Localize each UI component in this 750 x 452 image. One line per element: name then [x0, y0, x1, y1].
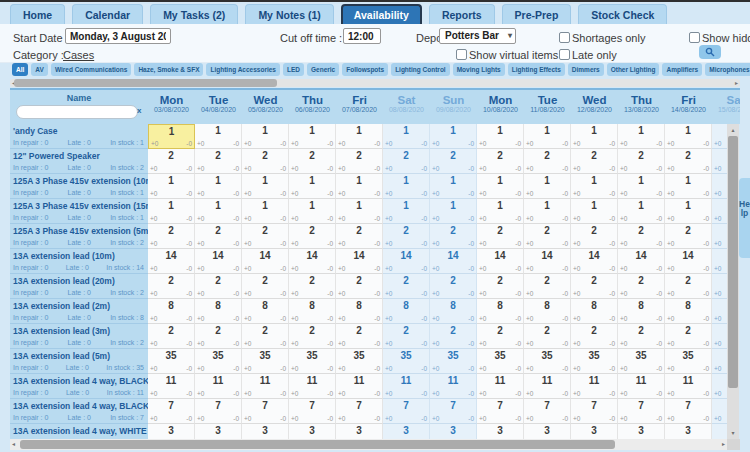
column-header-12/08/2020[interactable]: Wed12/08/2020	[571, 90, 618, 124]
category-link[interactable]: Cases	[63, 49, 94, 61]
availability-cell[interactable]: 1+0-0	[524, 124, 571, 149]
availability-cell[interactable]: 1+0-0	[148, 174, 195, 199]
availability-cell[interactable]: 35+0-0	[524, 349, 571, 374]
show-virtual-items-checkbox[interactable]	[456, 49, 467, 60]
availability-cell[interactable]: 2+0-0	[336, 274, 383, 299]
availability-cell[interactable]: 3+0-0	[524, 424, 571, 439]
item-name-cell[interactable]: 13A extension lead (2m)In repair : 0Late…	[10, 299, 148, 324]
availability-cell[interactable]: 35+0-0	[148, 349, 195, 374]
category-button-amplifiers[interactable]: Amplifiers	[662, 63, 702, 76]
availability-cell[interactable]: 1+0-0	[430, 124, 477, 149]
availability-cell[interactable]: 2+0-0	[477, 224, 524, 249]
availability-cell[interactable]: 1+0-0	[383, 199, 430, 224]
availability-cell[interactable]: 1+0-0	[336, 174, 383, 199]
item-name-cell[interactable]: 13A extension lead (20m)In repair : 0Lat…	[10, 274, 148, 299]
availability-cell[interactable]: 8+0-0	[148, 299, 195, 324]
availability-cell[interactable]: 2+0-0	[148, 224, 195, 249]
availability-cell[interactable]: 2+0-0	[336, 149, 383, 174]
category-button-followspots[interactable]: Followspots	[342, 63, 388, 76]
availability-cell[interactable]: 8+0-0	[524, 299, 571, 324]
availability-cell[interactable]: 14+0-0	[383, 249, 430, 274]
tab-reports[interactable]: Reports	[429, 4, 495, 24]
availability-cell[interactable]: 8+0-0	[242, 299, 289, 324]
availability-cell[interactable]: 1+0-0	[336, 124, 383, 149]
availability-cell[interactable]: 3+0-0	[148, 424, 195, 439]
availability-cell[interactable]: 1+0-0	[195, 124, 242, 149]
availability-cell[interactable]: 2+0-0	[665, 149, 712, 174]
availability-cell[interactable]: 1+0-0	[336, 199, 383, 224]
scroll-down-icon[interactable]: ▾	[727, 428, 739, 438]
availability-cell[interactable]: 35+0-0	[195, 349, 242, 374]
item-name-cell[interactable]: 13A extension lead 4 way, BLACK (5m)In r…	[10, 399, 148, 424]
availability-cell[interactable]: 2+0-0	[665, 274, 712, 299]
category-button-lighting-accessories[interactable]: Lighting Accessories	[206, 63, 280, 76]
availability-cell[interactable]: 8+0-0	[665, 299, 712, 324]
availability-cell[interactable]: 11+0-0	[524, 374, 571, 399]
availability-cell[interactable]: 14+0-0	[524, 249, 571, 274]
availability-cell[interactable]: 3+0-0	[571, 424, 618, 439]
category-button-moving-lights[interactable]: Moving Lights	[453, 63, 505, 76]
availability-cell[interactable]: 11+0-0	[242, 374, 289, 399]
availability-cell[interactable]: 2+0-0	[524, 149, 571, 174]
availability-cell[interactable]: 7+0-0	[289, 399, 336, 424]
availability-cell[interactable]: 1+0-0	[477, 124, 524, 149]
availability-cell[interactable]: 2+0-0	[477, 149, 524, 174]
availability-cell[interactable]: 7+0-0	[242, 399, 289, 424]
availability-cell[interactable]: 14+0-0	[195, 249, 242, 274]
availability-cell[interactable]: 35+0-0	[665, 349, 712, 374]
availability-cell[interactable]: 35+0-0	[618, 349, 665, 374]
availability-cell[interactable]: 2+0-0	[712, 274, 727, 299]
shortages-only-checkbox[interactable]	[559, 32, 570, 43]
availability-cell[interactable]: 1+0-0	[618, 124, 665, 149]
availability-cell[interactable]: 8+0-0	[195, 299, 242, 324]
availability-cell[interactable]: 2+0-0	[242, 274, 289, 299]
category-button-microphones[interactable]: Microphones	[705, 63, 750, 76]
tab-pre-prep[interactable]: Pre-Prep	[502, 4, 572, 24]
availability-cell[interactable]: 11+0-0	[712, 374, 727, 399]
availability-cell[interactable]: 11+0-0	[430, 374, 477, 399]
availability-cell[interactable]: 8+0-0	[336, 299, 383, 324]
item-name-cell[interactable]: 125A 3 Phase 415v extension (10m)In repa…	[10, 174, 148, 199]
availability-cell[interactable]: 8+0-0	[383, 299, 430, 324]
availability-cell[interactable]: 2+0-0	[148, 274, 195, 299]
cutoff-time-input[interactable]	[343, 28, 381, 44]
availability-cell[interactable]: 1+0-0	[242, 124, 289, 149]
availability-cell[interactable]: 14+0-0	[430, 249, 477, 274]
availability-cell[interactable]: 2+0-0	[289, 324, 336, 349]
availability-cell[interactable]: 11+0-0	[195, 374, 242, 399]
availability-cell[interactable]: 11+0-0	[665, 374, 712, 399]
show-hidden-checkbox[interactable]	[689, 32, 700, 43]
availability-cell[interactable]: 1+0-0	[524, 199, 571, 224]
start-date-input[interactable]	[65, 28, 171, 44]
availability-cell[interactable]: 1+0-0	[289, 199, 336, 224]
column-header-14/08/2020[interactable]: Fri14/08/2020	[665, 90, 712, 124]
availability-cell[interactable]: 1+0-0	[148, 124, 195, 149]
availability-cell[interactable]: 2+0-0	[712, 224, 727, 249]
availability-cell[interactable]: 35+0-0	[383, 349, 430, 374]
availability-cell[interactable]: 2+0-0	[477, 324, 524, 349]
availability-cell[interactable]: 2+0-0	[665, 224, 712, 249]
availability-cell[interactable]: 3+0-0	[383, 424, 430, 439]
availability-cell[interactable]: 2+0-0	[712, 324, 727, 349]
availability-cell[interactable]: 1+0-0	[571, 174, 618, 199]
availability-cell[interactable]: 1+0-0	[618, 174, 665, 199]
availability-cell[interactable]: 2+0-0	[242, 324, 289, 349]
column-header-08/08/2020[interactable]: Sat08/08/2020	[383, 90, 430, 124]
availability-cell[interactable]: 2+0-0	[195, 149, 242, 174]
availability-cell[interactable]: 11+0-0	[477, 374, 524, 399]
availability-cell[interactable]: 11+0-0	[383, 374, 430, 399]
availability-cell[interactable]: 7+0-0	[195, 399, 242, 424]
availability-cell[interactable]: 2+0-0	[336, 224, 383, 249]
availability-cell[interactable]: 8+0-0	[712, 299, 727, 324]
item-name-cell[interactable]: 125A 3 Phase 415v extension (5m)In repai…	[10, 224, 148, 249]
availability-cell[interactable]: 2+0-0	[148, 324, 195, 349]
availability-cell[interactable]: 14+0-0	[712, 249, 727, 274]
availability-cell[interactable]: 1+0-0	[430, 199, 477, 224]
availability-cell[interactable]: 2+0-0	[195, 324, 242, 349]
availability-cell[interactable]: 2+0-0	[618, 324, 665, 349]
column-header-06/08/2020[interactable]: Thu06/08/2020	[289, 90, 336, 124]
availability-cell[interactable]: 2+0-0	[477, 274, 524, 299]
availability-cell[interactable]: 7+0-0	[571, 399, 618, 424]
item-name-cell[interactable]: 13A extension lead 4 way, WHITE (5m)In r…	[10, 424, 148, 439]
availability-cell[interactable]: 35+0-0	[477, 349, 524, 374]
